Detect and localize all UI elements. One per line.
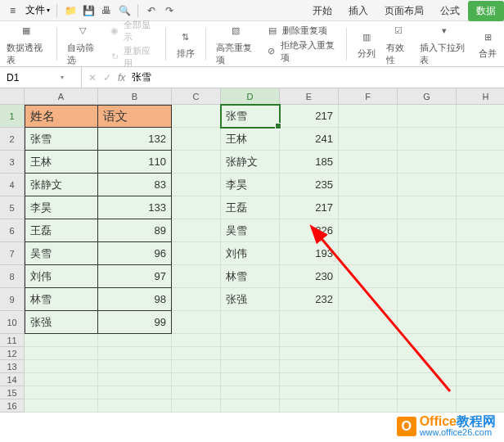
name-box-input[interactable]	[7, 72, 56, 83]
cell[interactable]: 语文	[98, 105, 172, 128]
cell[interactable]: 185	[280, 151, 339, 174]
cell[interactable]	[221, 386, 280, 399]
cell[interactable]: 96	[98, 242, 172, 265]
tab-start[interactable]: 开始	[304, 1, 340, 21]
cell[interactable]	[339, 373, 398, 386]
row-header[interactable]: 10	[0, 311, 25, 334]
cell[interactable]	[339, 386, 398, 399]
reapply-button[interactable]: ↻ 重新应用	[109, 45, 155, 70]
cell[interactable]: 235	[280, 174, 339, 196]
cell[interactable]	[221, 311, 280, 334]
cell[interactable]	[398, 399, 457, 413]
cell[interactable]	[339, 334, 398, 347]
cell[interactable]: 王磊	[25, 219, 98, 242]
cell[interactable]	[172, 386, 221, 399]
cell[interactable]	[98, 399, 172, 413]
cell[interactable]	[280, 347, 339, 360]
filter-button[interactable]: ▽ 自动筛选	[67, 22, 99, 66]
cell[interactable]: 241	[280, 128, 339, 151]
cell[interactable]	[172, 128, 221, 151]
cell[interactable]: 99	[98, 311, 172, 334]
row-header[interactable]: 11	[0, 334, 25, 347]
col-header[interactable]: H	[457, 88, 504, 105]
tab-data[interactable]: 数据	[468, 1, 504, 21]
cell[interactable]: 姓名	[25, 105, 98, 128]
cell[interactable]	[398, 334, 457, 347]
cell[interactable]: 张强	[25, 311, 98, 334]
row-header[interactable]: 13	[0, 360, 25, 373]
cell[interactable]	[25, 360, 98, 373]
cell[interactable]	[98, 386, 172, 399]
reject-dup-button[interactable]: ⊘ 拒绝录入重复项	[266, 39, 336, 64]
cell[interactable]	[457, 311, 504, 334]
cell[interactable]: 133	[98, 196, 172, 219]
cell[interactable]	[339, 174, 398, 196]
select-all-corner[interactable]	[0, 88, 25, 105]
print-icon[interactable]: 🖶	[100, 4, 113, 17]
cell[interactable]	[457, 399, 504, 413]
cell[interactable]	[172, 265, 221, 288]
pivot-button[interactable]: ▦ 数据透视表	[7, 22, 47, 66]
cell[interactable]	[172, 151, 221, 174]
check-icon[interactable]: ✓	[103, 72, 111, 83]
sort-button[interactable]: ⇅ 排序	[176, 28, 196, 60]
row-header[interactable]: 7	[0, 242, 25, 265]
show-all-button[interactable]: ◉ 全部显示	[109, 19, 155, 43]
consolidate-button[interactable]: ⊞ 合并	[478, 28, 497, 60]
cell[interactable]	[172, 196, 221, 219]
cell[interactable]	[221, 360, 280, 373]
cell[interactable]	[398, 242, 457, 265]
row-header[interactable]: 12	[0, 347, 25, 360]
cell[interactable]	[98, 347, 172, 360]
cell[interactable]	[172, 174, 221, 196]
cell[interactable]	[398, 219, 457, 242]
cell[interactable]	[172, 347, 221, 360]
fx-icon[interactable]: fx	[118, 72, 125, 83]
cell[interactable]	[339, 151, 398, 174]
cell[interactable]	[339, 347, 398, 360]
highlight-dup-button[interactable]: ▧ 高亮重复项	[216, 22, 256, 66]
cell[interactable]	[457, 265, 504, 288]
cell[interactable]	[339, 360, 398, 373]
cell[interactable]	[457, 219, 504, 242]
tab-formula[interactable]: 公式	[432, 1, 468, 21]
cell[interactable]: 吴雪	[221, 219, 280, 242]
row-header[interactable]: 15	[0, 386, 25, 399]
cell[interactable]	[457, 174, 504, 196]
cell[interactable]: 230	[280, 265, 339, 288]
cell[interactable]	[457, 105, 504, 128]
cell[interactable]	[172, 399, 221, 413]
cell[interactable]	[398, 105, 457, 128]
cell[interactable]	[457, 196, 504, 219]
cell[interactable]: 张雪	[25, 128, 98, 151]
col-header[interactable]: F	[339, 88, 398, 105]
col-header[interactable]: E	[280, 88, 339, 105]
cell[interactable]	[221, 334, 280, 347]
cell[interactable]: 217	[280, 196, 339, 219]
cell[interactable]: 110	[98, 151, 172, 174]
cell[interactable]	[457, 334, 504, 347]
cell[interactable]: 226	[280, 219, 339, 242]
row-header[interactable]: 16	[0, 399, 25, 413]
split-button[interactable]: ▥ 分列	[357, 28, 376, 60]
cell[interactable]	[457, 347, 504, 360]
cell[interactable]	[457, 151, 504, 174]
cell[interactable]: 132	[98, 128, 172, 151]
file-menu[interactable]: 文件▾	[25, 3, 50, 17]
cell[interactable]	[172, 105, 221, 128]
formula-input[interactable]	[132, 72, 497, 83]
cell[interactable]	[398, 128, 457, 151]
cell[interactable]: 林雪	[25, 288, 98, 311]
cell[interactable]	[172, 373, 221, 386]
cell[interactable]	[339, 105, 398, 128]
hamburger-icon[interactable]: ≡	[5, 3, 20, 18]
cell[interactable]: 刘伟	[221, 242, 280, 265]
cell[interactable]	[398, 196, 457, 219]
undo-icon[interactable]: ↶	[145, 4, 158, 17]
cell[interactable]	[172, 334, 221, 347]
tab-insert[interactable]: 插入	[340, 1, 376, 21]
cell[interactable]	[280, 399, 339, 413]
cell[interactable]	[339, 311, 398, 334]
cell[interactable]	[280, 360, 339, 373]
cell[interactable]: 吴雪	[25, 242, 98, 265]
